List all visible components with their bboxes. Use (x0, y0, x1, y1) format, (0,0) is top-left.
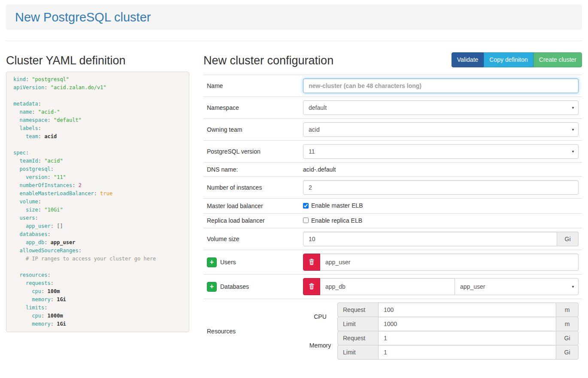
volume-label: Volume size (203, 228, 303, 250)
users-row: + Users (203, 250, 582, 275)
cpu-request-group: Request m (337, 302, 579, 317)
volume-size-input[interactable] (303, 232, 557, 246)
name-row: Name (203, 75, 582, 97)
cpu-request-unit: m (556, 302, 579, 317)
plus-icon: + (210, 283, 214, 290)
dns-label: DNS name: (203, 163, 303, 177)
replica-lb-row: Replica load balancer Enable replica ELB (203, 213, 582, 228)
namespace-label: Namespace (203, 97, 303, 119)
cpu-request-input[interactable] (379, 302, 556, 317)
name-label: Name (203, 75, 303, 97)
master-lb-label: Master load balancer (203, 199, 303, 214)
header-divider (6, 41, 582, 41)
create-cluster-button[interactable]: Create cluster (533, 52, 582, 68)
owning-team-label: Owning team (203, 119, 303, 141)
trash-icon (308, 258, 315, 266)
users-label: Users (220, 259, 236, 266)
memory-request-unit: Gi (556, 331, 579, 345)
master-elb-checkbox-label: Enable master ELB (303, 202, 363, 209)
namespace-select[interactable]: default (303, 100, 579, 115)
replica-elb-checkbox-label: Enable replica ELB (303, 217, 362, 224)
action-button-group: Validate Copy definiton Create cluster (452, 52, 582, 68)
yaml-column: Cluster YAML definition kind: "postgresq… (6, 48, 189, 363)
trash-icon (308, 283, 315, 291)
cluster-config-form: Name Namespace default ▼ (203, 75, 582, 363)
memory-request-group: Request Gi (337, 331, 579, 345)
add-user-button[interactable]: + (207, 257, 217, 267)
owning-team-select[interactable]: acid (303, 122, 579, 137)
postgresql-version-select[interactable]: 11 (303, 144, 579, 159)
databases-label: Databases (220, 283, 249, 290)
database-name-input[interactable] (320, 278, 455, 295)
memory-request-input[interactable] (379, 331, 556, 345)
memory-limit-unit: Gi (556, 345, 579, 360)
cpu-limit-group: Limit m (337, 317, 579, 331)
copy-definition-button[interactable]: Copy definiton (484, 52, 533, 68)
database-owner-select[interactable]: app_user (455, 278, 579, 295)
config-column: New cluster configuration Validate Copy … (203, 48, 582, 363)
memory-limit-addon: Limit (337, 345, 379, 360)
cpu-label: CPU (303, 302, 337, 331)
user-name-input[interactable] (320, 254, 579, 271)
instances-label: Number of instances (203, 177, 303, 199)
pg-version-label: PostgreSQL version (203, 141, 303, 163)
dns-row: DNS name: acid-.default (203, 163, 582, 177)
owning-team-row: Owning team acid ▼ (203, 119, 582, 141)
cpu-request-addon: Request (337, 302, 379, 317)
plus-icon: + (210, 259, 214, 266)
memory-limit-group: Limit Gi (337, 345, 579, 360)
master-elb-checkbox[interactable] (303, 203, 309, 209)
page-title: New PostgreSQL cluster (15, 10, 151, 24)
pg-version-row: PostgreSQL version 11 ▼ (203, 141, 582, 163)
databases-row: + Databases (203, 275, 582, 299)
yaml-definition-panel: kind: "postgresql"apiVersion: "acid.zala… (6, 72, 189, 332)
volume-unit-addon: Gi (557, 232, 579, 246)
memory-label: Memory (303, 331, 337, 360)
cpu-limit-input[interactable] (379, 317, 556, 331)
resources-label: Resources (203, 299, 303, 363)
add-database-button[interactable]: + (207, 282, 217, 292)
memory-request-addon: Request (337, 331, 379, 345)
master-lb-row: Master load balancer Enable master ELB (203, 199, 582, 214)
delete-user-button[interactable] (303, 254, 320, 271)
page-header: New PostgreSQL cluster (6, 4, 582, 30)
config-heading: New cluster configuration (203, 54, 333, 67)
cpu-limit-unit: m (556, 317, 579, 331)
replica-lb-label: Replica load balancer (203, 213, 303, 228)
dns-value: acid-.default (303, 166, 336, 173)
namespace-row: Namespace default ▼ (203, 97, 582, 119)
cpu-limit-addon: Limit (337, 317, 379, 331)
resources-row: Resources CPU Memory Request (203, 299, 582, 363)
volume-row: Volume size Gi (203, 228, 582, 250)
memory-limit-input[interactable] (379, 345, 556, 360)
validate-button[interactable]: Validate (452, 52, 484, 68)
cluster-name-input[interactable] (303, 79, 579, 93)
yaml-heading: Cluster YAML definition (6, 54, 189, 67)
delete-database-button[interactable] (303, 278, 320, 295)
replica-elb-checkbox[interactable] (303, 218, 309, 223)
instances-row: Number of instances (203, 177, 582, 199)
instances-input[interactable] (303, 180, 579, 195)
yaml-code: kind: "postgresql"apiVersion: "acid.zala… (13, 76, 182, 328)
